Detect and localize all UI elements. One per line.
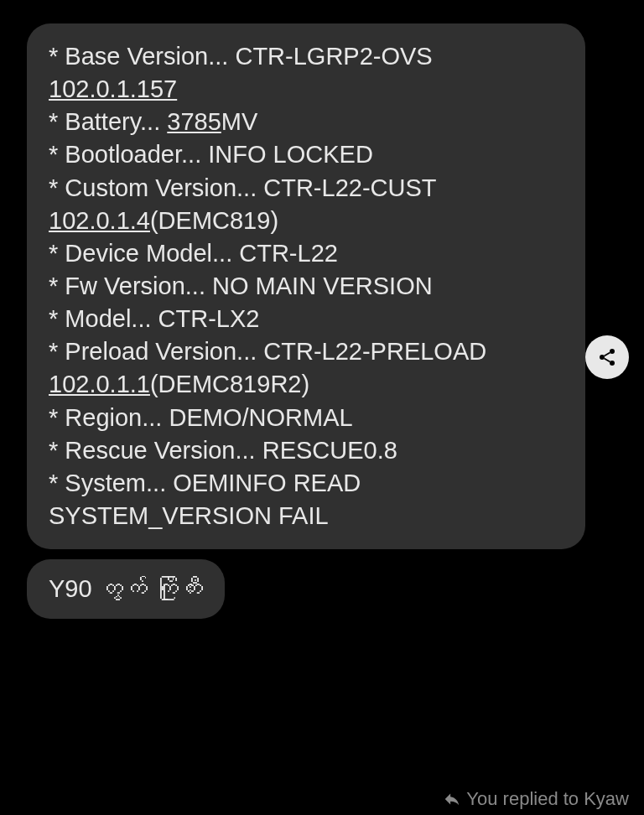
share-button[interactable] [585, 335, 629, 379]
base-version-label: * Base Version... CTR-LGRP2-OVS [49, 43, 433, 70]
battery-label: * Battery... [49, 108, 167, 135]
custom-version-value: 102.0.1.4 [49, 207, 150, 234]
preload-version-label: * Preload Version... CTR-L22-PRELOAD [49, 338, 486, 365]
preload-version-value: 102.0.1.1 [49, 371, 150, 397]
model-line: * Model... CTR-LX2 [49, 305, 259, 332]
share-icon [597, 347, 617, 367]
reply-indicator: You replied to Kyaw [443, 788, 629, 810]
preload-version-suffix: (DEMC819R2) [150, 371, 309, 397]
battery-unit: MV [221, 108, 258, 135]
reply-text: Y90 တွက် ကိုကြီး [49, 575, 203, 602]
custom-version-label: * Custom Version... CTR-L22-CUST [49, 174, 436, 201]
chat-message-bubble-reply[interactable]: Y90 တွက် ကိုကြီး [27, 559, 225, 619]
reply-indicator-text: You replied to Kyaw [466, 788, 629, 810]
fw-version-line: * Fw Version... NO MAIN VERSION [49, 273, 433, 299]
battery-value: 3785 [167, 108, 221, 135]
base-version-value: 102.0.1.157 [49, 75, 177, 102]
device-model-line: * Device Model... CTR-L22 [49, 240, 338, 267]
info-line: * Base Version... CTR-LGRP2-OVS 102.0.1.… [49, 43, 433, 102]
reply-arrow-icon [443, 790, 461, 808]
custom-version-suffix: (DEMC819) [150, 207, 278, 234]
svg-point-0 [610, 349, 615, 354]
rescue-version-line: * Rescue Version... RESCUE0.8 [49, 437, 397, 464]
system-line: * System... OEMINFO READ SYSTEM_VERSION … [49, 470, 361, 529]
info-line: * Preload Version... CTR-L22-PRELOAD 102… [49, 338, 486, 397]
svg-point-1 [600, 355, 605, 360]
svg-point-2 [610, 361, 615, 366]
info-line: * Custom Version... CTR-L22-CUST 102.0.1… [49, 174, 436, 234]
region-line: * Region... DEMO/NORMAL [49, 404, 353, 431]
info-line: * Battery... 3785MV [49, 108, 257, 135]
bootloader-line: * Bootloader... INFO LOCKED [49, 141, 373, 168]
chat-message-bubble[interactable]: * Base Version... CTR-LGRP2-OVS 102.0.1.… [27, 23, 585, 549]
